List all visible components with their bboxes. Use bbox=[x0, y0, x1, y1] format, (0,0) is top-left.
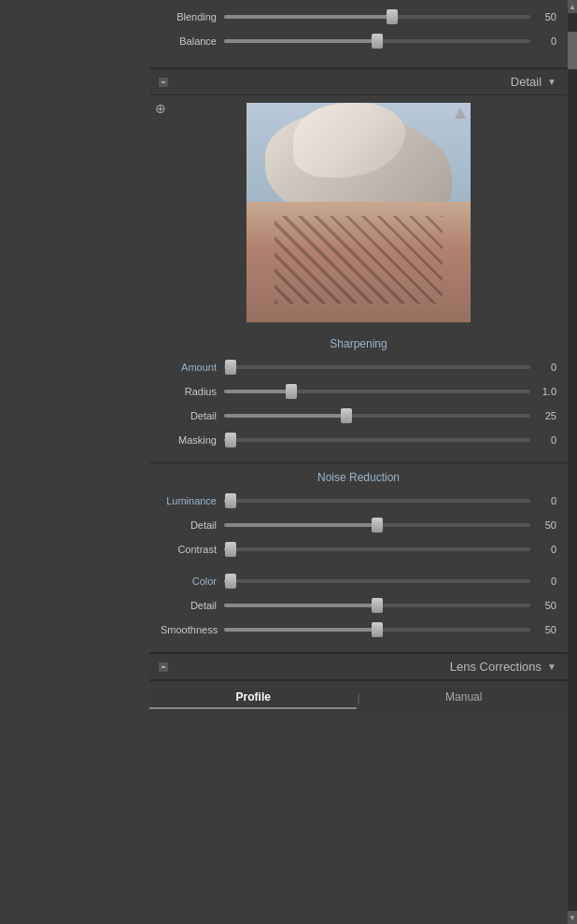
lens-tabs-section: Profile | Manual bbox=[149, 680, 568, 715]
contrast-slider[interactable] bbox=[224, 542, 530, 557]
svg-rect-4 bbox=[162, 666, 165, 668]
scrollbar-arrow-down[interactable]: ▼ bbox=[568, 911, 577, 924]
blending-balance-section: Blending 50 Balance 0 bbox=[149, 0, 568, 68]
scrollbar-thumb[interactable] bbox=[568, 32, 577, 69]
smoothness-slider[interactable] bbox=[224, 622, 530, 637]
balance-fill bbox=[224, 39, 377, 43]
smoothness-track bbox=[224, 628, 530, 632]
blending-fill bbox=[224, 15, 392, 19]
luminance-track bbox=[224, 499, 530, 503]
smoothness-row: Smoothness 50 bbox=[161, 620, 556, 639]
detail-row: Detail 25 bbox=[161, 406, 556, 425]
nr-detail-fill bbox=[224, 523, 377, 527]
preview-image bbox=[246, 103, 471, 322]
amount-label: Amount bbox=[161, 362, 224, 373]
balance-thumb[interactable] bbox=[372, 34, 383, 49]
lens-corrections-title: Lens Corrections bbox=[450, 660, 542, 674]
lens-corrections-header[interactable]: Lens Corrections ▼ bbox=[149, 653, 568, 680]
color-detail-label: Detail bbox=[161, 600, 224, 611]
nr-detail-slider[interactable] bbox=[224, 518, 530, 533]
contrast-thumb[interactable] bbox=[225, 542, 236, 557]
noise-reduction-title: Noise Reduction bbox=[161, 471, 556, 484]
luminance-value: 0 bbox=[530, 495, 556, 506]
masking-track bbox=[224, 438, 530, 442]
masking-value: 0 bbox=[530, 434, 556, 446]
tab-profile[interactable]: Profile bbox=[149, 687, 357, 709]
detail-thumb[interactable] bbox=[341, 408, 352, 423]
detail-section-header[interactable]: Detail ▼ bbox=[149, 68, 568, 95]
amount-track bbox=[224, 365, 530, 369]
scrollbar: ▲ ▼ bbox=[568, 0, 577, 924]
blending-label: Blending bbox=[161, 11, 224, 22]
luminance-slider[interactable] bbox=[224, 493, 530, 508]
detail-collapse-icon[interactable] bbox=[159, 78, 168, 87]
color-detail-slider[interactable] bbox=[224, 598, 530, 613]
nr-detail-label: Detail bbox=[161, 519, 224, 531]
color-label: Color bbox=[161, 576, 224, 587]
contrast-row: Contrast 0 bbox=[161, 540, 556, 559]
blending-value: 50 bbox=[530, 11, 556, 22]
color-detail-row: Detail 50 bbox=[161, 596, 556, 615]
sharpening-title: Sharpening bbox=[161, 337, 556, 350]
sharpening-section: Sharpening Amount 0 Radius 1.0 Det bbox=[149, 330, 568, 463]
radius-row: Radius 1.0 bbox=[161, 382, 556, 401]
blending-thumb[interactable] bbox=[387, 9, 398, 24]
smoothness-value: 50 bbox=[530, 624, 556, 635]
contrast-track bbox=[224, 547, 530, 551]
main-panel: Blending 50 Balance 0 Detail bbox=[149, 0, 568, 924]
color-value: 0 bbox=[530, 576, 556, 587]
scrollbar-arrow-up[interactable]: ▲ bbox=[568, 0, 577, 13]
nr-detail-row: Detail 50 bbox=[161, 516, 556, 534]
color-detail-thumb[interactable] bbox=[372, 598, 383, 613]
crosshair-icon[interactable]: ⊕ bbox=[155, 101, 166, 116]
detail-dropdown-icon[interactable]: ▼ bbox=[547, 77, 556, 87]
luminance-thumb[interactable] bbox=[225, 493, 236, 508]
amount-value: 0 bbox=[530, 362, 556, 373]
detail-title: Detail bbox=[511, 75, 542, 89]
tab-manual[interactable]: Manual bbox=[360, 687, 568, 709]
svg-rect-1 bbox=[162, 81, 165, 83]
nr-detail-value: 50 bbox=[530, 519, 556, 531]
blending-slider[interactable] bbox=[224, 9, 530, 24]
preview-area: ⊕ bbox=[149, 95, 568, 330]
radius-track bbox=[224, 390, 530, 393]
lens-tabs-row: Profile | Manual bbox=[149, 681, 568, 715]
balance-slider[interactable] bbox=[224, 34, 530, 49]
masking-slider[interactable] bbox=[224, 433, 530, 448]
blending-track bbox=[224, 15, 530, 19]
detail-fill bbox=[224, 414, 346, 418]
balance-label: Balance bbox=[161, 36, 224, 47]
scrollbar-track[interactable] bbox=[568, 13, 577, 911]
color-row: Color 0 bbox=[161, 572, 556, 590]
radius-label: Radius bbox=[161, 386, 224, 397]
lens-collapse-icon[interactable] bbox=[159, 662, 168, 672]
radius-slider[interactable] bbox=[224, 384, 530, 399]
markings-layer bbox=[274, 216, 443, 304]
luminance-label: Luminance bbox=[161, 495, 224, 506]
detail-slider[interactable] bbox=[224, 408, 530, 423]
luminance-row: Luminance 0 bbox=[161, 491, 556, 510]
color-slider[interactable] bbox=[224, 574, 530, 589]
detail-track bbox=[224, 414, 530, 418]
amount-slider[interactable] bbox=[224, 360, 530, 375]
radius-fill bbox=[224, 390, 291, 393]
color-track bbox=[224, 579, 530, 583]
radius-value: 1.0 bbox=[530, 386, 556, 397]
contrast-label: Contrast bbox=[161, 544, 224, 555]
color-detail-fill bbox=[224, 604, 377, 607]
color-detail-value: 50 bbox=[530, 600, 556, 611]
amount-thumb[interactable] bbox=[225, 360, 236, 375]
preview-triangle-icon[interactable] bbox=[455, 107, 466, 121]
left-panel bbox=[0, 0, 149, 924]
amount-row: Amount 0 bbox=[161, 358, 556, 377]
lens-dropdown-icon[interactable]: ▼ bbox=[547, 661, 556, 672]
svg-marker-2 bbox=[455, 107, 466, 119]
smoothness-thumb[interactable] bbox=[372, 622, 383, 637]
radius-thumb[interactable] bbox=[286, 384, 297, 399]
nr-detail-thumb[interactable] bbox=[372, 518, 383, 533]
color-detail-track bbox=[224, 604, 530, 607]
masking-thumb[interactable] bbox=[225, 433, 236, 448]
color-thumb[interactable] bbox=[225, 574, 236, 589]
contrast-value: 0 bbox=[530, 544, 556, 555]
masking-label: Masking bbox=[161, 434, 224, 446]
